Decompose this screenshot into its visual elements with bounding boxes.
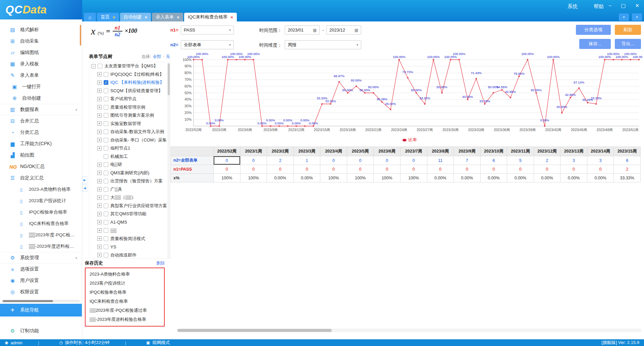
expand-icon[interactable]: +: [97, 228, 102, 233]
tree-node[interactable]: +QMS案例研究(内部): [89, 169, 170, 177]
expand-icon[interactable]: +: [97, 163, 102, 167]
menu-system[interactable]: 系统: [568, 3, 578, 10]
table-cell[interactable]: 0.00%: [480, 174, 507, 182]
tree-node[interactable]: +自动采集-数据文件导入示例: [89, 128, 170, 136]
select-none-link[interactable]: 无: [166, 54, 170, 60]
expand-icon[interactable]: +: [97, 236, 102, 241]
tab-IQC来料检查合格率[interactable]: IQC来料检查合格率×: [184, 13, 237, 21]
table-cell[interactable]: 0: [400, 165, 427, 174]
tree-node[interactable]: +SCQM【供应链质量管理】: [89, 87, 170, 95]
tab-close-icon[interactable]: ×: [145, 15, 148, 20]
tree-node-label[interactable]: 广▒具: [110, 186, 122, 192]
close-icon[interactable]: ✕: [635, 3, 639, 9]
table-cell[interactable]: 2: [267, 156, 294, 165]
tree-node[interactable]: +出货报告（验货报告）方案: [89, 177, 170, 185]
tab-close-icon[interactable]: ×: [177, 15, 179, 20]
tree-node[interactable]: +质量检验简洁模式: [89, 235, 170, 243]
table-cell[interactable]: 0: [214, 156, 240, 165]
sidebar-item-数据报表[interactable]: ▥数据报表▾: [0, 104, 82, 115]
table-cell[interactable]: 3: [587, 156, 614, 165]
tree-node[interactable]: +其它QMS管理功能: [89, 210, 170, 218]
tree-node-label[interactable]: 出货报告（验货报告）方案: [110, 178, 163, 184]
sidebar-item-权限设置[interactable]: ◎权限设置: [0, 286, 82, 298]
tree-checkbox[interactable]: [104, 113, 108, 118]
expand-icon[interactable]: +: [97, 220, 102, 224]
sidebar-vertical-scrollbar[interactable]: [80, 25, 81, 46]
save-button[interactable]: 保存...: [579, 39, 611, 49]
tree-node[interactable]: +自动推送邮件: [89, 251, 170, 259]
table-cell[interactable]: 0.00%: [560, 174, 587, 182]
table-cell[interactable]: 2: [614, 165, 641, 174]
expand-icon[interactable]: +: [97, 121, 102, 126]
tree-node-label[interactable]: YS: [110, 244, 116, 249]
expand-icon[interactable]: +: [97, 89, 102, 93]
tree-node-label[interactable]: 客户试用节点: [110, 96, 137, 102]
table-cell[interactable]: 0: [240, 156, 267, 165]
table-cell[interactable]: 3: [560, 156, 587, 165]
table-cell[interactable]: 0.00%: [587, 174, 614, 182]
table-cell[interactable]: 5: [507, 156, 534, 165]
tree-node-label[interactable]: 大▒▒（▒▒）: [110, 194, 136, 200]
expand-icon[interactable]: +: [97, 195, 102, 200]
tree-checkbox[interactable]: [104, 204, 108, 208]
tab-menu-button[interactable]: ▼: [632, 13, 642, 21]
tree-node-label[interactable]: 机械加工: [110, 154, 128, 160]
tree-checkbox[interactable]: [104, 244, 108, 249]
tree-checkbox[interactable]: [104, 97, 108, 101]
tree-checkbox[interactable]: [104, 162, 108, 167]
tree-checkbox[interactable]: [104, 195, 108, 200]
tree-node[interactable]: +电▒研: [89, 161, 170, 169]
tree-node[interactable]: +大▒▒（▒▒）: [89, 193, 170, 202]
tree-checkbox[interactable]: [104, 187, 108, 192]
sidebar-item-柏拉图[interactable]: ▟柏拉图: [0, 150, 82, 161]
table-cell[interactable]: 0: [400, 156, 427, 165]
tree-node-label[interactable]: 自动采集- 串口（COM）采集: [110, 137, 167, 143]
chevron-down-icon[interactable]: ▾: [75, 108, 77, 112]
tab-录入表单[interactable]: 录入表单×: [152, 13, 183, 21]
tree-checkbox[interactable]: [104, 138, 108, 142]
tree-node[interactable]: −太友质量管理平台【QMS】: [89, 62, 170, 70]
sidebar-item-用户设置[interactable]: ◉用户设置: [0, 275, 82, 286]
tree-node-label[interactable]: 质量巡检管理示例: [110, 104, 145, 110]
tree-node[interactable]: 机械加工: [89, 153, 170, 161]
tree-vertical-scrollbar[interactable]: [167, 63, 170, 258]
tree-checkbox[interactable]: ✓: [104, 80, 108, 85]
tree-node-label[interactable]: A1-QMS: [110, 220, 127, 225]
tree-node[interactable]: +典型客户行业供应链管理方案: [89, 202, 170, 210]
table-cell[interactable]: 100%: [320, 174, 347, 182]
table-cell[interactable]: 0.00%: [534, 174, 560, 182]
table-cell[interactable]: 2: [534, 156, 560, 165]
table-cell[interactable]: 0.00%: [507, 174, 534, 182]
tree-node-label[interactable]: 自动采集-数据文件导入示例: [110, 129, 164, 135]
table-cell[interactable]: 11: [427, 156, 454, 165]
sidebar-item-IQC来料检查合格率[interactable]: ▯IQC来料检查合格率: [0, 218, 82, 229]
tree-node-label[interactable]: ▒▒: [110, 228, 116, 233]
table-cell[interactable]: 100%: [214, 174, 240, 182]
tree-checkbox[interactable]: [104, 121, 108, 126]
scrollbar-thumb[interactable]: [177, 329, 332, 332]
expand-icon[interactable]: +: [97, 105, 102, 109]
sidebar-item-一键打开[interactable]: ▣一键打开: [0, 81, 82, 93]
collapse-right-handle[interactable]: ▶: [82, 176, 87, 184]
expand-icon[interactable]: +: [97, 97, 102, 101]
tree-checkbox[interactable]: [104, 129, 108, 134]
table-cell[interactable]: 0: [240, 165, 267, 174]
tree-checkbox[interactable]: [104, 212, 108, 216]
expand-icon[interactable]: +: [97, 113, 102, 118]
tree-node-label[interactable]: IPQC|OQC【过程检|终检】: [110, 71, 164, 77]
tree-node-label[interactable]: 其它QMS管理功能: [110, 211, 147, 217]
sidebar-item-2023客户投诉统计[interactable]: ▯2023客户投诉统计: [0, 195, 82, 207]
tree-checkbox[interactable]: [104, 146, 108, 151]
sidebar-item-系统管理[interactable]: ⚙系统管理▾: [0, 252, 82, 264]
tab-overflow-button[interactable]: ▼: [619, 13, 629, 21]
tree-node-label[interactable]: 实验室数据管理: [110, 121, 141, 127]
tree-checkbox[interactable]: [104, 179, 108, 183]
main-horizontal-scrollbar[interactable]: [177, 329, 641, 332]
table-cell[interactable]: 0: [214, 165, 240, 174]
table-cell[interactable]: 6: [614, 156, 641, 165]
tree-node[interactable]: +图纸引导测量方案示例: [89, 111, 170, 120]
history-item[interactable]: ▒▒-2023年度进料检验合格率: [86, 315, 164, 324]
table-cell[interactable]: 0: [347, 156, 374, 165]
tree-node-label[interactable]: 图纸引导测量方案示例: [110, 112, 154, 118]
tree-checkbox[interactable]: [104, 105, 108, 110]
